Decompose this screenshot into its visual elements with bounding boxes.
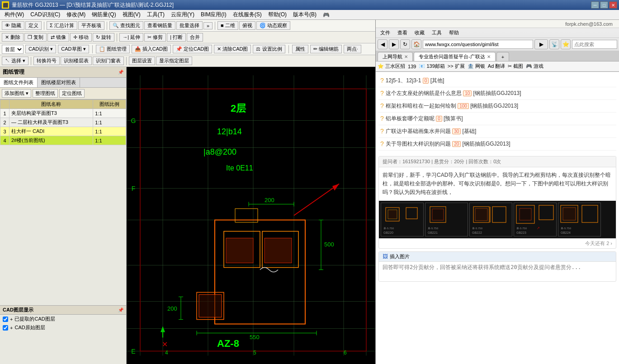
browser-menu-view[interactable]: 查看 (395, 28, 410, 37)
bookmark-game[interactable]: 🎮 游戏 (526, 63, 543, 70)
locate-cad-btn[interactable]: 📌 定位CAD图 (173, 45, 212, 53)
extend-button[interactable]: →| 延伸 (119, 33, 143, 42)
tab-question[interactable]: 专业造价问题答疑平台-广联达 ✕ (414, 52, 496, 61)
add-drawing-btn[interactable]: 添加图纸 ▾ (2, 89, 31, 98)
menu-component[interactable]: 构件(W) (2, 10, 27, 19)
menu-online[interactable]: 在线服务(S) (230, 10, 265, 19)
rss-button[interactable]: 📡 (549, 39, 559, 49)
thumb-1[interactable]: GB220 单-5.750 (381, 203, 424, 236)
break-button[interactable]: | 打断 (167, 33, 186, 42)
recognize-door-btn[interactable]: 识别门窗表 (93, 57, 124, 65)
floor-selector[interactable]: 首层 2层 (2, 45, 24, 54)
insert-cad-btn[interactable]: 📥 插入CAD图 (132, 45, 171, 53)
recognize-floor-btn[interactable]: 识别楼层表 (61, 57, 92, 65)
cad-layer-check-2[interactable] (3, 325, 8, 331)
layer-settings-btn[interactable]: 图层设置 (129, 57, 155, 65)
thumb-4[interactable]: GB223 单-5.750 ↗ (514, 203, 557, 236)
drawing-row-1[interactable]: 1 夹层结构梁平面图T3 1:1 (0, 109, 126, 118)
tab-home-close[interactable]: ✕ (404, 54, 408, 59)
maximize-button[interactable]: □ (600, 1, 608, 9)
define-button[interactable]: 定义 (25, 21, 42, 30)
bookmark-screenshot[interactable]: ✂ 截图 (508, 63, 523, 70)
menu-view[interactable]: 视图(V) (120, 10, 143, 19)
cad-recognize-btn[interactable]: CAD识别 ▾ (25, 45, 56, 53)
show-layer-btn[interactable]: 显示指定图层 (156, 57, 192, 65)
tab-drawing-list[interactable]: 图纸文件列表 (0, 78, 38, 87)
menu-version[interactable]: 版本号(B) (290, 10, 319, 19)
question-item-1[interactable]: ? 12j5-1、12j3-1 0 [其他] (378, 75, 616, 87)
hide-button[interactable]: 👁 隐藏 (2, 21, 24, 30)
delete-button[interactable]: ✕ 删除 (2, 33, 24, 42)
menu-cloud[interactable]: 云应用(Y) (168, 10, 197, 19)
question-item-5[interactable]: ? 广联达中基础画集水井问题 30 [基础] (378, 125, 616, 138)
reply-textarea[interactable] (379, 262, 616, 280)
bookmark-expand[interactable]: >> 扩展 (448, 63, 465, 70)
go-button[interactable]: ▶ (534, 39, 548, 49)
menu-tools[interactable]: 工具(T) (144, 10, 167, 19)
thumb-3[interactable]: GB222 单-5.750 (469, 203, 512, 236)
top-view-button[interactable]: 俯视 (239, 21, 255, 30)
question-item-2[interactable]: ? 这个左支座处的钢筋是什么意思 10 [钢筋抽筋GGJ2013] (378, 87, 616, 100)
address-bar[interactable]: www.fwxgx.com/question/giml/list (423, 40, 533, 49)
question-item-6[interactable]: ? 关于导图柱大样识别的问题 20 [钢筋抽筋GGJ2013] (378, 138, 616, 151)
home-button[interactable]: 🏠 (411, 39, 421, 49)
sum-button[interactable]: Σ 汇总计算 (47, 21, 77, 30)
convert-symbol-btn[interactable]: 转换符号 (33, 57, 60, 65)
cad-layer-expand-1[interactable]: + (10, 317, 13, 322)
menu-help[interactable]: 帮助(O) (265, 10, 289, 19)
today-more[interactable]: 今天还有 2 › (379, 238, 616, 248)
cad-layer-float-btn[interactable]: 📌 (118, 307, 123, 312)
browser-menu-file[interactable]: 文件 (378, 28, 393, 37)
drawing-row-4[interactable]: 4 2#楼(当前图纸) 1:1 (0, 136, 126, 145)
cad-layer-expand-2[interactable]: + (10, 325, 13, 331)
merge-button[interactable]: 合并 (187, 33, 203, 42)
set-scale-btn[interactable]: ⚖ 设置比例 (253, 45, 285, 53)
view-rebar-button[interactable]: 查看钢筋量 (144, 21, 175, 30)
tab-drawing-floor[interactable]: 图纸楼层对照表 (38, 78, 80, 87)
drawing-row-3[interactable]: 3 柱大样一 CADI 1:1 (0, 127, 126, 136)
browser-content[interactable]: ? 12j5-1、12j3-1 0 [其他] ? 这个左支座处的钢筋是什么意思 … (376, 72, 619, 364)
browser-menu-help[interactable]: 帮助 (446, 28, 462, 37)
batch-select-button[interactable]: 批量选择 (176, 21, 203, 30)
props-btn[interactable]: 属性 (292, 45, 308, 53)
bookmark-bank[interactable]: 🏦 网银 (468, 63, 485, 70)
question-item-4[interactable]: ? 铝单板套哪个定额呢 0 [预算书] (378, 113, 616, 125)
back-button[interactable]: ◀ (378, 39, 387, 49)
flat-slab-button[interactable]: 平齐板项 (78, 21, 104, 30)
browser-menu-tools[interactable]: 工具 (429, 28, 444, 37)
cad-layer-check-1[interactable] (3, 317, 8, 322)
trim-button[interactable]: ✂ 修剪 (144, 33, 166, 42)
bookmark-translate[interactable]: Ad 翻译 (488, 63, 506, 70)
cad-canvas[interactable]: G F E 4 5 6 2层 12|b14 |a8@200 Ite 0E11 (127, 67, 375, 364)
close-button[interactable]: ✕ (609, 1, 617, 9)
more-button[interactable]: » (203, 22, 213, 29)
locate-drawing-btn[interactable]: 定位图纸 (59, 89, 85, 98)
drawing-row-2[interactable]: 2 — 二层柱大样及平面图T3 1:1 (0, 118, 126, 127)
mirror-button[interactable]: ⇄ 镜像 (47, 33, 69, 42)
thumb-5[interactable]: GB224 单-5.750 (558, 203, 601, 236)
organize-drawing-btn[interactable]: 整理图纸 (33, 89, 58, 98)
tab-question-close[interactable]: ✕ (487, 54, 491, 59)
drawing-mgr-btn[interactable]: 📋 图纸管理 (96, 45, 130, 53)
minimize-button[interactable]: ─ (591, 1, 599, 9)
browser-menu-favorites[interactable]: 收藏 (412, 28, 427, 37)
forward-button[interactable]: ▶ (389, 39, 399, 49)
star-button[interactable]: ⭐ (561, 39, 571, 49)
2d-button[interactable]: ■ 二维 (217, 21, 238, 30)
sidebar-float-btn[interactable]: 📌 (118, 70, 123, 75)
tab-home[interactable]: 上网导航 ✕ (378, 52, 413, 61)
cad-drawing-btn[interactable]: CAD草图 ▾ (58, 45, 89, 53)
bookmark-1[interactable]: ⭐ 三水区招 (378, 63, 405, 70)
copy-button[interactable]: ❐ 复制 (24, 33, 47, 42)
question-item-3[interactable]: ? 框架柱和暗柱在一起如何绘制 100 [钢筋抽筋GGJ2013] (378, 100, 616, 113)
refresh-button[interactable]: ↻ (400, 39, 410, 49)
edit-rebar-btn[interactable]: ✏ 编辑钢筋 (310, 45, 342, 53)
two-point-btn[interactable]: 两点· (344, 45, 361, 53)
menu-modify[interactable]: 修改(M) (64, 10, 88, 19)
thumb-2[interactable]: GB221 单-5.750 (425, 203, 468, 236)
find-button[interactable]: 🔍 查找图元 (109, 21, 143, 30)
menu-cad-recognize[interactable]: CAD识别(C) (28, 10, 63, 19)
menu-game-icon[interactable]: 🎮 (320, 11, 332, 19)
bookmark-2[interactable]: 139 (408, 64, 416, 69)
menu-rebar-qty[interactable]: 钢筋量(Q) (89, 10, 118, 19)
